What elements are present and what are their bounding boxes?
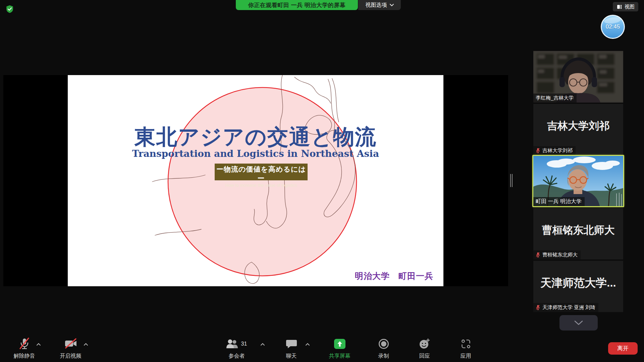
watching-banner-text: 你正在观看町田 一兵 明治大学的屏幕 — [248, 1, 345, 9]
active-speaker-tile[interactable]: 町田 一兵 明治大学 — [533, 156, 623, 206]
apps-icon — [461, 339, 471, 349]
presentation-slide: 東北アジアの交通と物流 Transportation and Logistics… — [68, 75, 443, 286]
chat-label: 聊天 — [286, 353, 297, 359]
participants-icon — [226, 339, 239, 349]
slide-title-japanese: 東北アジアの交通と物流 — [68, 123, 443, 152]
muted-mic-icon — [536, 305, 540, 310]
unmute-label: 解除静音 — [14, 353, 35, 359]
participant-name: 曹桓铭东北师大 — [542, 252, 578, 258]
participant-name-label: 吉林大学刘祁 — [533, 146, 576, 155]
participant-display-name: 天津师范大学... — [533, 275, 623, 290]
record-button[interactable]: 录制 — [366, 338, 401, 359]
badge-english-text: How to increase the value of logistics — [215, 183, 308, 188]
chevron-down-icon — [574, 320, 583, 325]
sidebar-resize-handle[interactable] — [510, 174, 513, 187]
participant-display-name: 吉林大学刘祁 — [533, 119, 623, 133]
participants-label: 参会者 — [229, 353, 245, 359]
badge-japanese-text: ー物流の価値を高めるにはー — [215, 165, 308, 183]
meeting-timer[interactable]: 02:45 — [601, 15, 625, 39]
reactions-label: 回应 — [419, 353, 430, 359]
start-video-button[interactable]: 开启视频 — [53, 338, 88, 359]
reactions-button[interactable]: 回应 — [407, 338, 442, 359]
muted-mic-icon — [536, 252, 540, 258]
view-button[interactable]: 视图 — [613, 2, 638, 11]
slide-subtitle-badge: ー物流の価値を高めるにはー How to increase the value … — [215, 164, 308, 180]
participant-display-name: 曹桓铭东北师大 — [533, 223, 623, 237]
participant-name: 天津师范大学 亚洲 刘琦 — [542, 304, 595, 310]
unmute-button[interactable]: 解除静音 — [7, 338, 42, 359]
participant-tile-placeholder[interactable]: 天津师范大学... 天津师范大学 亚洲 刘琦 — [533, 261, 623, 312]
reactions-smiley-icon — [419, 338, 430, 350]
apps-label: 应用 — [461, 353, 471, 359]
gallery-grid-icon — [616, 4, 622, 10]
record-label: 录制 — [378, 353, 389, 359]
share-screen-label: 共享屏幕 — [329, 353, 351, 359]
view-options-button[interactable]: 视图选项 — [358, 0, 401, 10]
audio-options-caret[interactable] — [35, 342, 42, 347]
chat-bubble-icon — [286, 339, 297, 349]
participant-tile-placeholder[interactable]: 吉林大学刘祁 吉林大学刘祁 — [533, 104, 623, 155]
apps-button[interactable]: 应用 — [448, 338, 483, 359]
chat-button[interactable]: 聊天 — [274, 338, 309, 359]
timer-value: 02:45 — [606, 23, 620, 30]
watching-banner: 你正在观看町田 一兵 明治大学的屏幕 — [236, 0, 358, 10]
participants-button[interactable]: 31 参会者 — [219, 338, 254, 359]
zoom-meeting-window: 你正在观看町田 一兵 明治大学的屏幕 视图选项 视图 02:45 — [0, 0, 644, 362]
slide-title-english: Transportation and Logistics in Northeas… — [68, 148, 443, 159]
participant-name-label: 李红梅_吉林大学 — [533, 94, 577, 103]
leave-button[interactable]: 离开 — [608, 342, 638, 355]
record-icon — [378, 339, 389, 349]
slide-author-credit: 明治大学 町田一兵 — [355, 270, 433, 282]
participant-name-label: 天津师范大学 亚洲 刘琦 — [533, 303, 598, 312]
muted-mic-icon — [19, 338, 30, 350]
participant-name: 吉林大学刘祁 — [542, 147, 573, 154]
share-screen-icon — [333, 339, 346, 349]
view-options-label: 视图选项 — [366, 2, 387, 9]
participant-name-label: 曹桓铭东北师大 — [533, 250, 581, 259]
participants-count: 31 — [241, 341, 247, 347]
participant-tile-placeholder[interactable]: 曹桓铭东北师大 曹桓铭东北师大 — [533, 208, 623, 259]
screen-share-stage: 東北アジアの交通と物流 Transportation and Logistics… — [3, 75, 508, 286]
participant-name: 町田 一兵 明治大学 — [536, 198, 582, 204]
view-button-label: 视图 — [625, 4, 635, 10]
muted-mic-icon — [536, 148, 540, 154]
participant-name-label: 町田 一兵 明治大学 — [533, 197, 585, 206]
scroll-participants-down-button[interactable] — [559, 315, 598, 330]
video-options-caret[interactable] — [82, 342, 90, 347]
chat-options-caret[interactable] — [304, 342, 311, 347]
start-video-label: 开启视频 — [60, 353, 82, 359]
share-screen-button[interactable]: 共享屏幕 — [322, 338, 357, 359]
participant-name: 李红梅_吉林大学 — [536, 95, 574, 101]
participants-options-caret[interactable] — [259, 342, 266, 347]
chevron-down-icon — [390, 4, 394, 6]
camera-off-icon — [64, 338, 78, 350]
security-shield-icon[interactable] — [5, 5, 14, 13]
participant-tile-video[interactable]: 李红梅_吉林大学 — [533, 51, 623, 103]
